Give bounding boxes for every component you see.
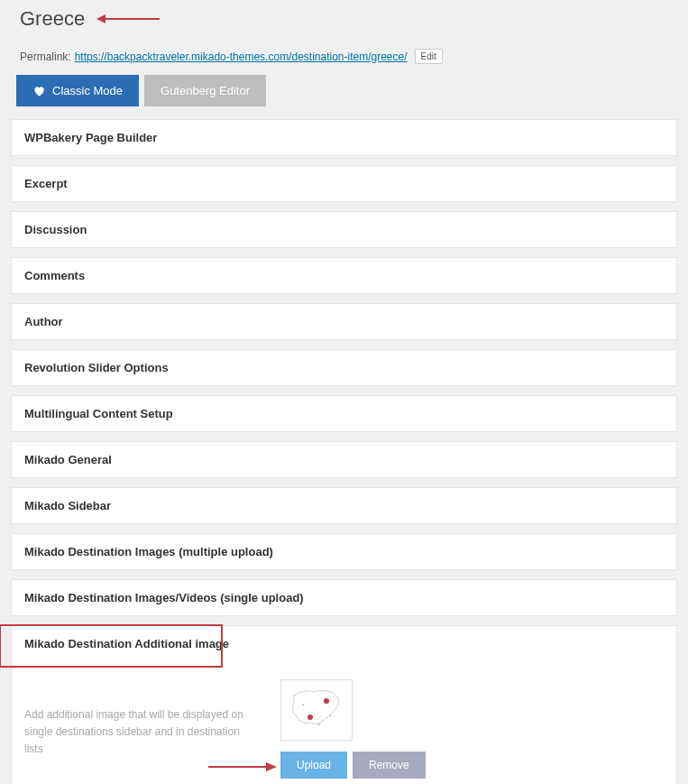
panel-mikado-general[interactable]: Mikado General bbox=[11, 441, 677, 478]
panel-header: Revolution Slider Options bbox=[12, 350, 676, 385]
panel-additional-image: Mikado Destination Additional image Add … bbox=[11, 625, 677, 784]
title-row bbox=[11, 0, 677, 38]
svg-point-2 bbox=[324, 698, 329, 704]
gutenberg-mode-label: Gutenberg Editor bbox=[161, 84, 250, 97]
panel-header: Excerpt bbox=[12, 166, 676, 201]
panel-mikado-sidebar[interactable]: Mikado Sidebar bbox=[11, 487, 677, 524]
image-thumbnail[interactable] bbox=[280, 679, 353, 741]
annotation-arrow-upload bbox=[208, 761, 277, 777]
panel-destination-images-single[interactable]: Mikado Destination Images/Videos (single… bbox=[11, 579, 677, 616]
panel-author[interactable]: Author bbox=[11, 303, 677, 340]
panel-header: Mikado Sidebar bbox=[12, 488, 676, 523]
metabox-panels: WPBakery Page Builder Excerpt Discussion… bbox=[11, 119, 677, 784]
svg-marker-8 bbox=[266, 762, 277, 771]
svg-point-3 bbox=[307, 715, 313, 720]
panel-header: Multilingual Content Setup bbox=[12, 396, 676, 431]
panel-header: Discussion bbox=[12, 212, 676, 247]
panel-revslider[interactable]: Revolution Slider Options bbox=[11, 349, 677, 386]
panel-header: Author bbox=[12, 304, 676, 339]
panel-destination-images-multi[interactable]: Mikado Destination Images (multiple uplo… bbox=[11, 533, 677, 570]
panel-excerpt[interactable]: Excerpt bbox=[11, 165, 677, 202]
svg-point-6 bbox=[318, 724, 320, 725]
panel-multilingual[interactable]: Multilingual Content Setup bbox=[11, 395, 677, 432]
panel-header: Mikado Destination Images/Videos (single… bbox=[12, 580, 676, 615]
svg-point-4 bbox=[302, 704, 304, 706]
post-title-input[interactable] bbox=[11, 0, 191, 38]
panel-header: Mikado Destination Images (multiple uplo… bbox=[12, 534, 676, 569]
panel-wpbakery[interactable]: WPBakery Page Builder bbox=[11, 119, 677, 156]
permalink-link[interactable]: https://backpacktraveler.mikado-themes.c… bbox=[75, 51, 408, 63]
classic-mode-label: Classic Mode bbox=[52, 84, 123, 97]
map-icon bbox=[285, 685, 348, 735]
help-text: Add additional image that will be displa… bbox=[24, 679, 259, 759]
classic-mode-button[interactable]: Classic Mode bbox=[16, 75, 139, 106]
panel-header: Comments bbox=[12, 258, 676, 293]
gutenberg-mode-button[interactable]: Gutenberg Editor bbox=[144, 75, 266, 106]
panel-discussion[interactable]: Discussion bbox=[11, 211, 677, 248]
permalink-row: Permalink: https://backpacktraveler.mika… bbox=[11, 45, 677, 75]
panel-header: Mikado General bbox=[12, 442, 676, 477]
remove-button[interactable]: Remove bbox=[353, 752, 426, 779]
permalink-label: Permalink: bbox=[20, 51, 71, 63]
panel-header: Mikado Destination Additional image bbox=[12, 626, 676, 661]
svg-point-5 bbox=[329, 715, 331, 716]
panel-header: WPBakery Page Builder bbox=[12, 120, 676, 155]
edit-permalink-button[interactable]: Edit bbox=[415, 49, 443, 64]
panel-comments[interactable]: Comments bbox=[11, 257, 677, 294]
editor-mode-toggle: Classic Mode Gutenberg Editor bbox=[16, 75, 677, 106]
upload-button[interactable]: Upload bbox=[280, 752, 347, 779]
heart-icon bbox=[32, 85, 45, 97]
